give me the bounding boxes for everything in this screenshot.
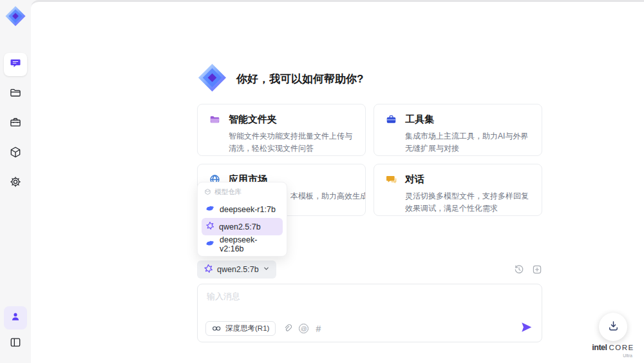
sidebar-item-panel[interactable] [4,332,27,355]
sidebar-item-chat[interactable] [4,53,27,76]
chat-bubble-icon [9,57,22,72]
composer-toolbar: 深度思考(R1) @ # [205,321,533,336]
intel-core-logo: intelCORE [587,344,639,353]
card-description: 智能文件夹功能支持批量文件上传与清洗，轻松实现文件问答 [229,130,355,154]
history-icon[interactable] [514,264,524,275]
model-dropdown-header: 模型仓库 [202,186,283,201]
qwen-icon [205,221,214,232]
corner-widgets: intelCORE Ultra [587,313,639,358]
model-dropdown: 模型仓库 deepseek-r1:7b qwen2.5:7b [197,182,287,257]
sidebar-bottom [4,306,27,355]
deepseek-whale-icon [205,205,215,214]
card-title: 对话 [405,173,424,186]
message-input[interactable] [207,291,533,315]
card-description: 灵活切换多模型文件，支持多样回复效果调试，满足个性化需求 [405,190,531,214]
model-selector-label: qwen2.5:7b [217,265,259,274]
model-option-deepseek-v2[interactable]: deepseek-v2:16b [202,235,283,253]
paperclip-icon[interactable] [283,324,292,333]
briefcase-icon [9,116,22,132]
intel-core-sub-label: Ultra [587,353,639,358]
send-plane-icon [520,321,533,336]
assistant-logo-icon [197,63,227,95]
greeting-title: 你好，我可以如何帮助你? [236,72,363,86]
sidebar-item-toolbox[interactable] [4,112,27,135]
sidebar [0,0,31,363]
repository-icon [204,188,211,197]
card-description: 集成市场上主流工具，助力AI与外界无缝扩展与对接 [405,130,531,154]
card-smart-folder[interactable]: 智能文件夹 智能文件夹功能支持批量文件上传与清洗，轻松实现文件问答 [197,104,366,156]
card-title: 工具集 [405,113,434,126]
cube-icon [9,146,22,161]
model-option-qwen[interactable]: qwen2.5:7b [202,218,283,235]
infinity-icon [212,325,222,333]
main-area: 你好，我可以如何帮助你? 智能文件夹 智能文件夹功能支持批量文件上传与清洗，轻松… [31,0,644,363]
model-selector-button[interactable]: qwen2.5:7b [197,260,276,279]
download-button[interactable] [599,313,627,341]
deepseek-whale-icon [205,240,215,249]
yellow-chat-icon [384,173,397,186]
card-dialogue[interactable]: 对话 灵活切换多模型文件，支持多样回复效果调试，满足个性化需求 [374,164,542,216]
card-toolset[interactable]: 工具集 集成市场上主流工具，助力AI与外界无缝扩展与对接 [374,104,542,156]
greeting: 你好，我可以如何帮助你? [197,63,363,95]
purple-folder-icon [208,113,221,126]
send-button[interactable] [520,321,533,336]
new-chat-icon[interactable] [532,264,542,275]
app-window: 你好，我可以如何帮助你? 智能文件夹 智能文件夹功能支持批量文件上传与清洗，轻松… [0,0,644,363]
gear-icon [9,175,22,191]
prompt-hash-icon[interactable]: # [316,324,321,333]
chat-toolbar [514,264,542,275]
download-icon [607,320,620,335]
app-logo-icon [5,5,26,30]
message-composer: 深度思考(R1) @ # [197,284,542,342]
folder-icon [9,86,22,102]
person-icon [10,311,21,325]
sidebar-item-folders[interactable] [4,83,27,106]
sidebar-item-settings[interactable] [4,172,27,195]
sidebar-nav [4,53,27,195]
deep-think-toggle[interactable]: 深度思考(R1) [205,321,276,336]
model-option-deepseek-r1[interactable]: deepseek-r1:7b [202,201,283,218]
blue-briefcase-icon [384,113,397,126]
sidebar-item-account[interactable] [4,306,27,329]
card-title: 智能文件夹 [229,113,277,126]
sidebar-item-apps[interactable] [4,142,27,165]
qwen-icon [204,264,213,275]
chevron-down-icon [263,265,270,274]
side-panel-icon [9,336,22,351]
mention-icon[interactable]: @ [299,324,308,333]
model-selector-row: qwen2.5:7b [197,260,542,279]
